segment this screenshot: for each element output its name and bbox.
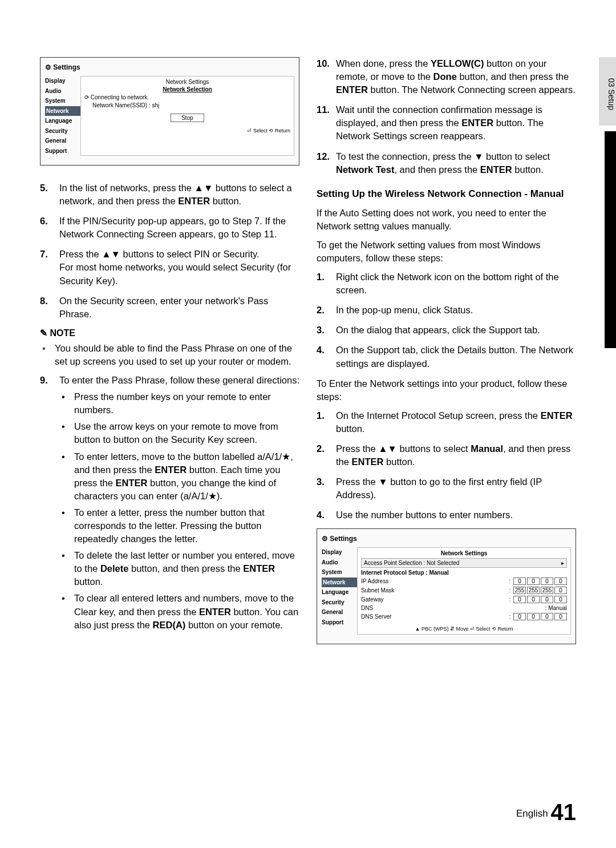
ss2-menu: Display Audio System Network Language Se… bbox=[322, 547, 357, 635]
win-step-1: 1.Right click the Network icon on the bo… bbox=[317, 270, 576, 297]
step-11: 11.Wait until the connection confirmatio… bbox=[317, 103, 576, 143]
ss1-heading: Network Settings bbox=[84, 79, 290, 85]
ss1-panel: Network Settings Network Selection ⟳ Con… bbox=[80, 76, 294, 156]
menu-audio: Audio bbox=[45, 86, 80, 96]
page-footer: English 41 bbox=[516, 799, 576, 825]
ss1-sub: Network Selection bbox=[84, 86, 290, 92]
footer-page: 41 bbox=[551, 799, 577, 825]
step-6: 6.If the PIN/Security pop-up appears, go… bbox=[40, 215, 299, 241]
section-title-manual: Setting Up the Wireless Network Connecti… bbox=[317, 188, 576, 201]
ss1-connecting: ⟳ Connecting to network. bbox=[84, 94, 290, 100]
ss2-panel: Network Settings Access Point Selection … bbox=[357, 547, 571, 635]
ss1-ssid: Network Name(SSID) : shj bbox=[84, 102, 290, 108]
bullet-3: To enter letters, move to the button lab… bbox=[59, 450, 299, 503]
menu-security: Security bbox=[45, 126, 80, 136]
win-step-2: 2.In the pop-up menu, click Status. bbox=[317, 304, 576, 317]
screenshot-network-selection: Settings Display Audio System Network La… bbox=[40, 57, 299, 165]
para-2: To get the Network setting values from m… bbox=[317, 239, 576, 265]
menu-support: Support bbox=[45, 146, 80, 156]
m2-general: General bbox=[322, 607, 357, 617]
m2-system: System bbox=[322, 567, 357, 578]
note-heading: NOTE bbox=[40, 328, 299, 338]
m2-display: Display bbox=[322, 547, 357, 558]
bullet-1: Press the number keys on your remote to … bbox=[59, 390, 299, 417]
bullet-5: To delete the last letter or number you … bbox=[59, 549, 299, 588]
row-subnet: Subnet Mask : 2552552550 bbox=[361, 587, 567, 594]
bullet-6: To clear all entered letters and numbers… bbox=[59, 592, 299, 631]
m2-network: Network bbox=[322, 578, 357, 588]
prod-step-2: 2.Press the ▲▼ buttons to select Manual,… bbox=[317, 442, 576, 469]
ss1-menu: Display Audio System Network Language Se… bbox=[45, 76, 80, 156]
bullet-4: To enter a letter, press the number butt… bbox=[59, 506, 299, 546]
step-10: 10.When done, press the YELLOW(C) button… bbox=[317, 57, 576, 96]
footer-lang: English bbox=[516, 808, 548, 819]
page-content: Settings Display Audio System Network La… bbox=[0, 0, 616, 683]
ss1-footer: ⏎ Select ⟲ Return bbox=[84, 128, 290, 134]
row-gateway: Gateway : 0000 bbox=[361, 596, 567, 603]
step-9: 9. To enter the Pass Phrase, follow thes… bbox=[40, 374, 299, 635]
menu-system: System bbox=[45, 96, 80, 106]
prod-step-4: 4.Use the number buttons to enter number… bbox=[317, 508, 576, 522]
para-1: If the Auto Setting does not work, you n… bbox=[317, 207, 576, 233]
m2-support: Support bbox=[322, 617, 357, 628]
ss1-title: Settings bbox=[45, 63, 294, 71]
step-7: 7.Press the ▲▼ buttons to select PIN or … bbox=[40, 248, 299, 287]
ss2-footer: ▲ PBC (WPS) ⇵ Move ⏎ Select ⟲ Return bbox=[361, 626, 567, 632]
para-3: To Enter the Network settings into your … bbox=[317, 377, 576, 403]
m2-audio: Audio bbox=[322, 558, 357, 568]
row-dns: DNS: Manual bbox=[361, 605, 567, 611]
screenshot-manual-settings: Settings Display Audio System Network La… bbox=[317, 528, 576, 644]
prod-step-1: 1.On the Internet Protocol Setup screen,… bbox=[317, 409, 576, 435]
row-ip: IP Address : 0000 bbox=[361, 578, 567, 585]
step-8: 8.On the Security screen, enter your net… bbox=[40, 294, 299, 321]
row-ips: Internet Protocol Setup : Manual bbox=[361, 570, 567, 576]
bullet-2: Use the arrow keys on your remote to mov… bbox=[59, 420, 299, 446]
win-step-4: 4.On the Support tab, click the Details … bbox=[317, 344, 576, 370]
prod-step-3: 3.Press the ▼ button to go to the first … bbox=[317, 475, 576, 502]
menu-network: Network bbox=[45, 106, 80, 116]
m2-language: Language bbox=[322, 587, 357, 597]
menu-display: Display bbox=[45, 76, 80, 86]
menu-language: Language bbox=[45, 116, 80, 126]
step-12: 12.To test the connection, press the ▼ b… bbox=[317, 150, 576, 176]
row-aps[interactable]: Access Point Selection : Not Selected▸ bbox=[361, 558, 567, 568]
left-column: Settings Display Audio System Network La… bbox=[40, 57, 299, 660]
menu-general: General bbox=[45, 136, 80, 146]
ss1-stop-button[interactable]: Stop bbox=[171, 114, 204, 122]
right-column: 10.When done, press the YELLOW(C) button… bbox=[317, 57, 576, 660]
ss2-heading: Network Settings bbox=[361, 550, 567, 556]
row-dns-server: DNS Server : 0000 bbox=[361, 613, 567, 620]
step-5: 5.In the list of networks, press the ▲▼ … bbox=[40, 181, 299, 208]
note-text: You should be able to find the Pass Phra… bbox=[40, 342, 299, 368]
ss2-title: Settings bbox=[322, 535, 571, 543]
m2-security: Security bbox=[322, 597, 357, 608]
win-step-3: 3.On the dialog that appears, click the … bbox=[317, 324, 576, 337]
